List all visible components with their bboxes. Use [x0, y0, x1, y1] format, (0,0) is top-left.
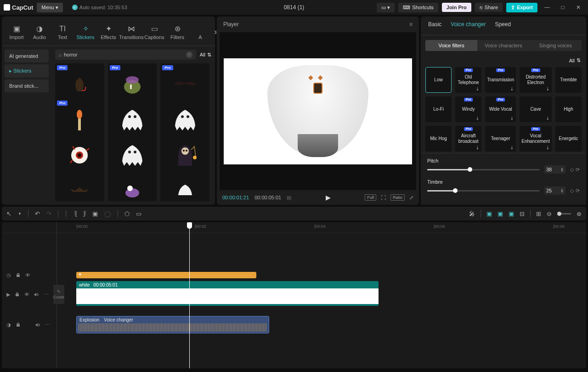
download-icon[interactable]: ⭳	[510, 86, 514, 91]
timbre-value-input[interactable]: 25 ▲▼	[544, 186, 565, 195]
window-maximize[interactable]: □	[557, 3, 569, 12]
vf-all-filter[interactable]: All ⇅	[425, 56, 582, 67]
category-stickers[interactable]: Stickers	[5, 64, 49, 78]
split-right-button[interactable]: ]⦙	[84, 210, 86, 217]
timbre-slider[interactable]	[427, 190, 540, 192]
mic-icon[interactable]: 🎤︎	[469, 210, 475, 217]
circle-tool[interactable]: ◯	[104, 210, 111, 217]
tab-text[interactable]: TIText	[51, 23, 74, 42]
caption-tool[interactable]: ▭	[136, 210, 141, 217]
timeline-tracks-area[interactable]: |00:00|00:02|00:04|00:06|00:08 white 00:…	[57, 222, 586, 368]
pitch-value-input[interactable]: 38 ▲▼	[544, 165, 565, 174]
voice-filter-wide-vocal[interactable]: ProWide Vocal⭳	[485, 96, 516, 122]
ratio-button[interactable]: Ratio	[390, 194, 405, 201]
tab-audio[interactable]: ◑Audio	[28, 23, 51, 42]
preview-icon[interactable]: ⊟	[520, 210, 525, 217]
player-menu-icon[interactable]: ≡	[409, 21, 413, 28]
timeline-ruler[interactable]: |00:00|00:02|00:04|00:06|00:08	[57, 222, 586, 233]
voice-filter-high[interactable]: High	[555, 96, 582, 122]
voice-filter-transmission[interactable]: ProTransmission⭳	[485, 67, 516, 93]
sticker-item[interactable]: ⭳	[108, 169, 157, 201]
window-minimize[interactable]: —	[541, 3, 553, 12]
reset-icon[interactable]: ◇	[570, 167, 574, 173]
category-brand-stick-[interactable]: Brand stick...	[5, 79, 49, 92]
video-icon[interactable]: ▶	[6, 292, 10, 298]
download-icon[interactable]: ⭳	[510, 116, 514, 121]
select-tool[interactable]: ↖	[6, 210, 11, 217]
tab-effects[interactable]: ✦Effects	[97, 23, 119, 42]
subtab-voice-characters[interactable]: Voice characters	[477, 40, 529, 51]
tab-transitions[interactable]: ⋈Transitions	[120, 23, 142, 42]
playhead-handle[interactable]	[187, 222, 192, 229]
split-left-button[interactable]: ⦙[	[74, 210, 77, 217]
voice-filter-mic-hog[interactable]: Mic Hog	[425, 126, 452, 152]
tab-a[interactable]: A	[189, 23, 211, 42]
list-icon[interactable]: ▤	[287, 195, 291, 201]
subtab-singing-voices[interactable]: Singing voices	[530, 40, 582, 51]
split-button[interactable]: ⦚	[65, 210, 68, 217]
play-button[interactable]: ▶	[326, 194, 331, 201]
stepper-icon[interactable]: ▲▼	[560, 167, 564, 172]
zoom-out-icon[interactable]: ⊖	[547, 210, 552, 217]
voice-filter-energetic[interactable]: Energetic	[555, 126, 582, 152]
crop-icon[interactable]: ⛶	[381, 195, 386, 200]
shortcuts-button[interactable]: ⌨ Shortcuts	[398, 3, 438, 12]
voice-filter-lo-fi[interactable]: Lo-Fi	[425, 96, 452, 122]
download-icon[interactable]: ⭳	[546, 86, 550, 91]
more-icon[interactable]: ⋯	[44, 292, 49, 298]
playhead[interactable]	[189, 222, 190, 368]
link-icon[interactable]: ▣	[498, 210, 503, 217]
category-ai-generated[interactable]: AI generated	[5, 50, 49, 62]
sticker-track[interactable]	[57, 270, 586, 280]
tab-import[interactable]: ▣Import	[6, 23, 28, 42]
zoom-in-icon[interactable]: ⊕	[577, 210, 582, 217]
video-clip[interactable]: white 00:00:05:01	[76, 281, 379, 307]
download-icon[interactable]: ⭳	[475, 145, 480, 150]
join-pro-button[interactable]: Join Pro	[442, 3, 471, 12]
voice-filter-teenager[interactable]: Teenager⭳	[485, 126, 516, 152]
select-dropdown[interactable]: ▼	[18, 212, 22, 216]
pitch-slider[interactable]	[427, 169, 540, 170]
inspector-tab-voice-changer[interactable]: Voice changer	[451, 21, 486, 30]
audio-clip[interactable]: Explosion Voice changer	[76, 316, 269, 333]
voice-filter-windy[interactable]: ProWindy⭳	[455, 96, 481, 122]
reset-icon[interactable]: ◇	[570, 188, 574, 194]
video-track[interactable]: white 00:00:05:01	[57, 280, 586, 309]
share-button[interactable]: ⎋ Share	[475, 3, 503, 12]
voice-filter-aircraft-broadcast[interactable]: ProAircraft broadcast⭳	[455, 126, 481, 152]
voice-filter-low[interactable]: Low	[425, 67, 452, 93]
crop-button[interactable]: ▣	[92, 210, 98, 217]
lock-icon[interactable]: 🔒︎	[16, 322, 21, 327]
voice-filter-vocal-enhancement[interactable]: ProVocal Enhancement⭳	[520, 126, 552, 152]
sticker-item[interactable]: ⭳	[160, 169, 209, 201]
audio-track[interactable]: Explosion Voice changer	[57, 315, 586, 334]
eye-icon[interactable]: 👁	[25, 272, 30, 278]
all-filter-button[interactable]: All ⇅	[200, 52, 211, 58]
sticker-clip[interactable]	[76, 272, 256, 278]
zoom-slider[interactable]	[557, 213, 571, 214]
aspect-ratio-button[interactable]: ▭ ▾	[377, 3, 395, 12]
snap-icon[interactable]: ▣	[509, 210, 514, 217]
track-options-icon[interactable]: ⊞	[536, 210, 541, 217]
voice-filter-distrorted-electron[interactable]: ProDistrorted Electron⭳	[520, 67, 552, 93]
volume-icon[interactable]: 🔊︎	[34, 292, 39, 297]
voice-filter-cave[interactable]: Cave⭳	[520, 96, 552, 122]
keyframe-icon[interactable]: ⟳	[576, 188, 580, 194]
download-icon[interactable]: ⭳	[510, 145, 514, 150]
search-box[interactable]: ⌕ ✕	[55, 50, 196, 60]
subtab-voice-filters[interactable]: Voice filters	[425, 40, 477, 51]
volume-icon[interactable]: 🔊︎	[35, 322, 40, 327]
tab-filters[interactable]: ⊛Filters	[166, 23, 188, 42]
marker-button[interactable]: ⬠	[124, 210, 130, 217]
tab-stickers[interactable]: ✧Stickers	[74, 23, 96, 42]
window-close[interactable]: ✕	[572, 3, 584, 12]
lock-icon[interactable]: 🔒︎	[15, 292, 20, 297]
audio-icon[interactable]: ◑	[6, 322, 11, 328]
eye-icon[interactable]: 👁	[24, 292, 29, 297]
export-button[interactable]: ⇪ Export	[506, 3, 537, 12]
sticker-item[interactable]: ⭳	[55, 169, 104, 201]
clear-search-icon[interactable]: ✕	[186, 51, 192, 58]
download-icon[interactable]: ⭳	[546, 145, 550, 150]
download-icon[interactable]: ⭳	[475, 116, 480, 121]
canvas-area[interactable]: ◆◆	[220, 32, 416, 190]
